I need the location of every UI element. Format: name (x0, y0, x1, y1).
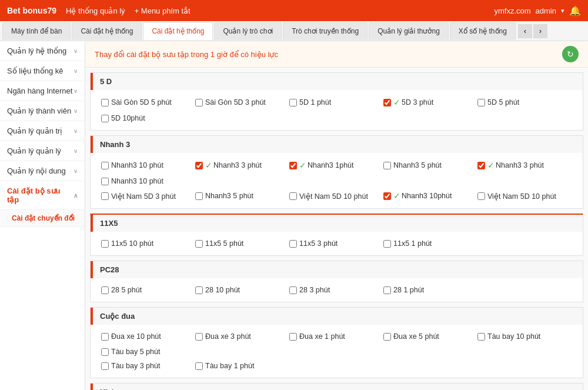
nav-right: ymfxz.com admin ▾ 🔔 (494, 5, 581, 16)
5d-checkbox-grid: Sài Gòn 5D 5 phút Sài Gòn 5D 3 phút 5D 1… (98, 96, 576, 124)
checkbox-nhanh3-10p-3[interactable]: ✓ Nhanh3 10phút (380, 189, 474, 202)
sidebar: Quản lý hệ thống ∨ Số liệu thống kê ∨ Ng… (0, 41, 85, 390)
checkbox-11x5-10p[interactable]: 11x5 10 phút (98, 238, 192, 249)
nhanh3-grid-row1: Nhanh3 10 phút ✓ Nhanh3 3 phút ✓ Nhanh3 … (98, 159, 576, 187)
checkbox-vn5d3p[interactable]: Việt Nam 5D 3 phút (98, 189, 192, 202)
checkbox-taubay-1p[interactable]: Tàu bay 1 phút (192, 360, 286, 372)
checkbox-28-3p[interactable]: 28 3 phút (286, 284, 380, 296)
tab-6[interactable]: Xổ số hệ thống (450, 22, 516, 40)
chevron-icon: ∨ (74, 108, 78, 114)
cuocdua-grid-row1: Đua xe 10 phút Đua xe 3 phút Đua xe 1 ph… (98, 331, 576, 358)
tab-bar: Máy tính để bàn Cài đặt hệ thống Cài đặt… (0, 21, 588, 41)
site-label: ymfxz.com (494, 6, 530, 15)
section-khac: Khác Cai3D 10 phút Cai3D 5 phút Cai3D 3 … (90, 383, 583, 390)
main-layout: Quản lý hệ thống ∨ Số liệu thống kê ∨ Ng… (0, 41, 588, 390)
section-11x5-body: 11x5 10 phút 11x5 5 phút 11x5 3 phút 11x… (91, 232, 583, 255)
section-cuocdua: Cuộc đua Đua xe 10 phút Đua xe 3 phút Đu… (90, 307, 583, 378)
sidebar-item-quanly[interactable]: Quản lý quản lý ∨ (0, 141, 85, 161)
checkbox-5d10p[interactable]: 5D 10phút (98, 112, 192, 124)
nhanh3-grid-row2: Việt Nam 5D 3 phút Nhanh3 5 phút Việt Na… (98, 189, 576, 202)
notice-bar: Thay đổi cài đặt bộ sưu tập trong 1 giờ … (85, 41, 588, 68)
tab-5[interactable]: Quản lý giải thưởng (369, 22, 449, 40)
chevron-icon: ∨ (74, 168, 78, 174)
sidebar-item-thanhvien[interactable]: Quản lý thành viên ∨ (0, 101, 85, 121)
tab-1[interactable]: Cài đặt hệ thống (72, 22, 142, 40)
bell-icon[interactable]: 🔔 (569, 5, 581, 16)
11x5-grid: 11x5 10 phút 11x5 5 phút 11x5 3 phút 11x… (98, 238, 576, 249)
checkbox-28-10p[interactable]: 28 10 phút (192, 284, 286, 296)
checkbox-11x5-1p[interactable]: 11x5 1 phút (380, 238, 474, 249)
sidebar-item-quanly-hethong[interactable]: Quản lý hệ thống ∨ (0, 41, 85, 61)
checkbox-saigon5d3p[interactable]: Sài Gòn 5D 3 phút (192, 96, 286, 109)
pc28-grid: 28 5 phút 28 10 phút 28 3 phút 28 1 phút (98, 284, 576, 296)
checkbox-vn5d10p-1[interactable]: Việt Nam 5D 10 phút (286, 189, 380, 202)
checkbox-nhanh3-5p[interactable]: Nhanh3 5 phút (380, 159, 474, 172)
user-chevron: ▾ (561, 7, 564, 15)
checkbox-taubay-10p[interactable]: Tàu bay 10 phút (474, 331, 568, 342)
section-nhanh3-header: Nhanh 3 (91, 136, 583, 153)
checkbox-vn5d10p-2[interactable]: Việt Nam 5D 10 phút (474, 189, 568, 202)
chevron-icon: ∨ (74, 48, 78, 54)
tab-next-btn[interactable]: › (533, 24, 547, 38)
section-pc28-header: PC28 (91, 261, 583, 278)
section-pc28-body: 28 5 phút 28 10 phút 28 3 phút 28 1 phút (91, 278, 583, 302)
checkbox-5d5p[interactable]: 5D 5 phút (474, 96, 568, 109)
checkbox-nhanh3-3p-2[interactable]: ✓ Nhanh3 3 phút (474, 159, 568, 172)
tab-4[interactable]: Trò chơi truyền thống (283, 22, 368, 40)
checkbox-duaxe-3p[interactable]: Đua xe 3 phút (192, 331, 286, 342)
checkbox-11x5-5p[interactable]: 11x5 5 phút (192, 238, 286, 249)
checkbox-5d3p[interactable]: ✓ 5D 3 phút (380, 96, 474, 109)
section-5d-header: 5 D (91, 73, 583, 90)
tab-prev-btn[interactable]: ‹ (518, 24, 532, 38)
checkbox-11x5-3p[interactable]: 11x5 3 phút (286, 238, 380, 249)
section-khac-header: Khác (91, 384, 583, 390)
checkbox-28-1p[interactable]: 28 1 phút (380, 284, 474, 296)
checkbox-nhanh3-3p-1[interactable]: ✓ Nhanh3 3 phút (192, 159, 286, 172)
checkbox-nhanh3-5p-2[interactable]: Nhanh3 5 phút (192, 189, 286, 202)
section-11x5-header: 11X5 (91, 215, 583, 232)
refresh-button[interactable]: ↻ (562, 46, 579, 62)
sidebar-item-soluieu[interactable]: Số liệu thống kê ∨ (0, 61, 85, 81)
top-navbar: Bet bonus79 Hệ thống quản lý + Menu phím… (0, 0, 588, 21)
checkbox-saigon5d5p[interactable]: Sài Gòn 5D 5 phút (98, 96, 192, 109)
checkbox-28-5p[interactable]: 28 5 phút (98, 284, 192, 296)
tab-0[interactable]: Máy tính để bàn (2, 22, 71, 40)
system-label: Hệ thống quản lý (66, 6, 125, 15)
checkbox-nhanh3-10p-2[interactable]: Nhanh3 10 phút (98, 175, 192, 187)
main-content: Thay đổi cài đặt bộ sưu tập trong 1 giờ … (85, 41, 588, 390)
tab-3[interactable]: Quản lý trò chơi (214, 22, 282, 40)
section-pc28: PC28 28 5 phút 28 10 phút 28 3 phút 28 1… (90, 261, 583, 302)
checkbox-taubay-5p[interactable]: Tàu bay 5 phút (98, 346, 192, 358)
checkbox-5d1p[interactable]: 5D 1 phút (286, 96, 380, 109)
section-nhanh3: Nhanh 3 Nhanh3 10 phút ✓ Nhanh3 3 phút ✓… (90, 135, 583, 209)
chevron-icon: ∨ (74, 88, 78, 94)
section-nhanh3-body: Nhanh3 10 phút ✓ Nhanh3 3 phút ✓ Nhanh3 … (91, 153, 583, 208)
checkbox-nhanh3-10p[interactable]: Nhanh3 10 phút (98, 159, 192, 172)
checkbox-taubay-3p[interactable]: Tàu bay 3 phút (98, 360, 192, 372)
checkbox-nhanh3-1p[interactable]: ✓ Nhanh3 1phút (286, 159, 380, 172)
sidebar-item-noidung[interactable]: Quản lý nội dung ∨ (0, 161, 85, 181)
chevron-icon: ∨ (74, 148, 78, 154)
chevron-icon: ∨ (74, 128, 78, 134)
check-icon: ✓ (393, 98, 400, 107)
chevron-icon: ∧ (74, 192, 78, 199)
sidebar-item-quantri[interactable]: Quản lý quản trị ∨ (0, 121, 85, 141)
brand-label: Bet bonus79 (7, 6, 56, 15)
menu-shortcut[interactable]: + Menu phím tắt (135, 6, 191, 15)
sidebar-item-bsutap[interactable]: Cài đặt bộ sưu tập ∧ (0, 181, 85, 210)
checkbox-duaxe-10p[interactable]: Đua xe 10 phút (98, 331, 192, 342)
section-11x5: 11X5 11x5 10 phút 11x5 5 phút 11x5 3 phú… (90, 214, 583, 256)
sidebar-sub-chuyendoi[interactable]: Cài đặt chuyển đổi (0, 210, 85, 227)
user-label[interactable]: admin (536, 6, 556, 15)
section-cuocdua-header: Cuộc đua (91, 308, 583, 325)
section-5d-body: Sài Gòn 5D 5 phút Sài Gòn 5D 3 phút 5D 1… (91, 90, 583, 130)
checkbox-duaxe-1p[interactable]: Đua xe 1 phút (286, 331, 380, 342)
section-5d: 5 D Sài Gòn 5D 5 phút Sài Gòn 5D 3 phút … (90, 72, 583, 131)
notice-text: Thay đổi cài đặt bộ sưu tập trong 1 giờ … (95, 50, 278, 59)
checkbox-duaxe-5p[interactable]: Đua xe 5 phút (380, 331, 474, 342)
section-cuocdua-body: Đua xe 10 phút Đua xe 3 phút Đua xe 1 ph… (91, 325, 583, 378)
cuocdua-grid-row2: Tàu bay 3 phút Tàu bay 1 phút (98, 360, 576, 372)
tab-2[interactable]: Cài đặt hệ thống (143, 22, 213, 40)
sidebar-item-nganhang[interactable]: Ngân hàng Internet ∨ (0, 81, 85, 101)
nav-left: Bet bonus79 Hệ thống quản lý + Menu phím… (7, 6, 191, 15)
